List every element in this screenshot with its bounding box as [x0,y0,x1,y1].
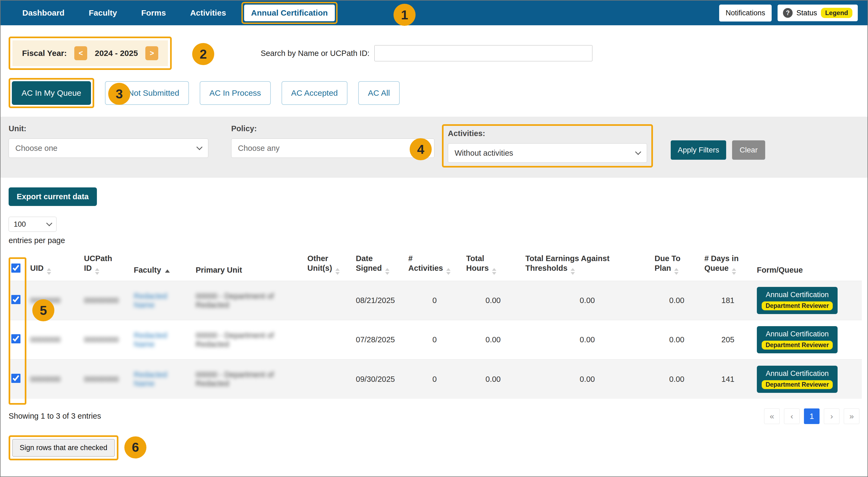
due-to-plan-cell: 0.00 [652,281,702,320]
notifications-button[interactable]: Notifications [719,5,772,22]
sort-icon [674,268,679,275]
policy-label: Policy: [231,124,434,133]
header-total-earnings[interactable]: Total Earnings Against Thresholds [523,250,652,281]
sort-icon [446,268,451,275]
other-units-cell [305,281,353,320]
header-total-hours[interactable]: Total Hours [463,250,523,281]
department-reviewer-badge: Department Reviewer [762,301,833,310]
results-table: UID UCPath ID Faculty Primary Unit Other… [9,250,862,399]
pagination-last-button[interactable]: » [844,408,859,424]
unit-filter-group: Unit: Choose one [9,124,208,158]
sort-icon [492,268,496,275]
nav-right-group: Notifications ? Status Legend [719,5,858,22]
header-num-activities[interactable]: # Activities [406,250,463,281]
sort-icon [570,268,575,275]
header-primary-unit[interactable]: Primary Unit [193,250,305,281]
pagination-first-button[interactable]: « [764,408,780,424]
search-input[interactable] [374,45,592,61]
fiscal-year-value: 2024 - 2025 [95,49,138,58]
tab-ac-accepted[interactable]: AC Accepted [282,81,347,105]
callout-5: 5 [32,299,54,321]
pagination-next-button[interactable]: › [824,408,839,424]
annual-certification-page: Dashboard Faculty Forms Activities Annua… [0,0,868,477]
faculty-link-redacted[interactable]: Redacted Name [134,292,181,309]
pagination-page-1-button[interactable]: 1 [804,408,819,424]
faculty-link-redacted[interactable]: Redacted Name [134,370,181,388]
header-uid[interactable]: UID [27,250,81,281]
form-button-label: Annual Certification [766,291,829,299]
unit-select[interactable]: Choose one [9,138,208,158]
row-checkbox[interactable] [11,295,21,304]
policy-filter-group: Policy: Choose any [231,124,434,158]
table-header-row: UID UCPath ID Faculty Primary Unit Other… [9,250,862,281]
faculty-link-redacted[interactable]: Redacted Name [134,331,181,349]
chevron-down-icon [46,220,53,227]
annual-certification-form-button[interactable]: Annual Certification Department Reviewer [757,287,838,314]
select-all-checkbox[interactable] [11,264,21,273]
header-faculty[interactable]: Faculty [131,250,193,281]
top-nav: Dashboard Faculty Forms Activities Annua… [1,1,867,25]
activities-filter-group: Activities: Without activities [448,129,647,163]
header-due-to-plan[interactable]: Due To Plan [652,250,702,281]
date-signed-cell: 07/28/2025 [353,320,406,360]
tab-ac-all[interactable]: AC All [358,81,400,105]
nav-item-forms[interactable]: Forms [129,8,178,18]
activities-cell: 0 [406,281,463,320]
table-row: 0000000 00000000 Redacted Name 00000 - D… [9,320,862,360]
help-icon: ? [783,8,793,18]
sort-icon [95,268,99,275]
apply-filters-button[interactable]: Apply Filters [671,140,726,160]
clear-filters-button[interactable]: Clear [732,140,765,160]
table-row: 0000000 00000000 Redacted Name 00000 - D… [9,360,862,399]
department-reviewer-badge: Department Reviewer [762,341,833,349]
select-all-header [9,250,27,281]
header-date-signed[interactable]: Date Signed [353,250,406,281]
entries-per-page-value: 100 [14,220,26,229]
export-current-data-button[interactable]: Export current data [9,188,97,206]
highlight-box-fiscal-year: Fiscal Year: < 2024 - 2025 > [9,37,172,70]
fiscal-year-next-button[interactable]: > [145,46,158,60]
annual-certification-form-button[interactable]: Annual Certification Department Reviewer [757,366,838,393]
sign-rows-button[interactable]: Sign rows that are checked [12,439,115,456]
nav-item-dashboard[interactable]: Dashboard [10,8,77,18]
nav-item-activities[interactable]: Activities [178,8,238,18]
form-button-label: Annual Certification [766,330,829,338]
sort-asc-icon [165,269,170,273]
earnings-cell: 0.00 [523,320,652,360]
entries-per-page-label: entries per page [9,236,859,245]
primary-unit-redacted: 00000 - Department of Redacted [196,370,295,388]
tab-ac-in-process[interactable]: AC In Process [200,81,271,105]
entries-per-page-select[interactable]: 100 [9,217,57,232]
chevron-down-icon [635,149,641,155]
sort-icon [385,268,390,275]
policy-select[interactable]: Choose any [231,138,434,158]
table-footer: Showing 1 to 3 of 3 entries « ‹ 1 › » [9,408,859,424]
highlight-box-ac-in-my-queue: AC In My Queue [9,78,94,108]
other-units-cell [305,360,353,399]
total-hours-cell: 0.00 [463,360,523,399]
nav-item-faculty[interactable]: Faculty [77,8,129,18]
row-checkbox[interactable] [11,374,21,383]
header-form-queue: Form/Queue [754,250,862,281]
callout-1: 1 [394,4,415,26]
pagination-prev-button[interactable]: ‹ [784,408,800,424]
tab-ac-in-my-queue[interactable]: AC In My Queue [12,81,91,105]
header-days-in-queue[interactable]: # Days in Queue [702,250,754,281]
date-signed-cell: 08/21/2025 [353,281,406,320]
header-other-units[interactable]: Other Unit(s) [305,250,353,281]
fiscal-year-prev-button[interactable]: < [74,46,87,60]
annual-certification-form-button[interactable]: Annual Certification Department Reviewer [757,326,838,353]
status-button[interactable]: ? Status Legend [778,5,858,21]
header-ucpath-id[interactable]: UCPath ID [81,250,131,281]
date-signed-cell: 09/30/2025 [353,360,406,399]
other-units-cell [305,320,353,360]
activities-select[interactable]: Without activities [448,143,647,163]
legend-badge[interactable]: Legend [821,8,852,18]
row-checkbox[interactable] [11,334,21,343]
nav-item-annual-certification[interactable]: Annual Certification [244,5,335,21]
status-label: Status [797,9,817,17]
earnings-cell: 0.00 [523,281,652,320]
filter-bar: Unit: Choose one Policy: Choose any Acti… [1,117,867,178]
highlight-box-sign-button: Sign rows that are checked [9,435,118,460]
earnings-cell: 0.00 [523,360,652,399]
